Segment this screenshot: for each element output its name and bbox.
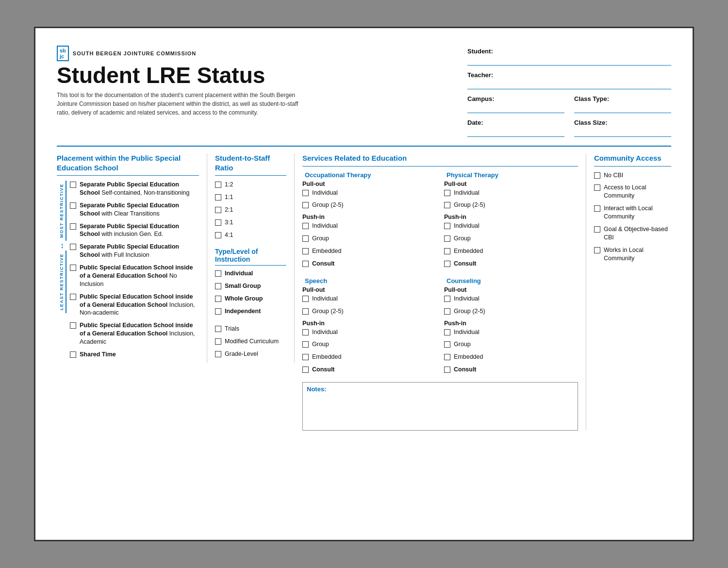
checkbox[interactable] <box>594 247 600 253</box>
service-pair-speech-counseling: Speech Pull-out Individual Group (2-5) P… <box>302 277 578 378</box>
checkbox[interactable] <box>70 265 76 271</box>
pt-pushin-label: Push-in <box>444 214 578 220</box>
checkbox[interactable] <box>444 223 450 229</box>
services-header: Services Related to Education <box>302 153 578 167</box>
speech-pullout-label: Pull-out <box>302 286 436 293</box>
student-form: Student: Teacher: Campus: Class Type: <box>467 46 671 137</box>
list-item: Separate Public Special Education School… <box>70 181 199 197</box>
class-type-line <box>574 103 671 113</box>
list-item: Consult <box>444 366 578 374</box>
checkbox[interactable] <box>444 341 450 348</box>
checkbox[interactable] <box>215 207 221 213</box>
pt-pullout-label: Pull-out <box>444 181 578 187</box>
list-item: Embedded <box>444 247 578 255</box>
checkbox[interactable] <box>70 182 76 188</box>
list-item: Individual <box>444 328 578 336</box>
class-type-label: Class Type: <box>574 95 671 102</box>
list-item: 3:1 <box>215 218 286 227</box>
org-name: SOUTH BERGEN JOINTURE COMMISSION <box>73 50 196 56</box>
list-item: Individual <box>444 295 578 303</box>
checkbox[interactable] <box>302 223 309 229</box>
list-item: Individual <box>444 222 578 230</box>
checkbox[interactable] <box>215 219 221 226</box>
description: This tool is for the documentation of th… <box>57 91 309 117</box>
checkbox[interactable] <box>215 283 221 289</box>
checkbox[interactable] <box>594 184 600 191</box>
checkbox[interactable] <box>215 308 221 315</box>
checkbox[interactable] <box>444 190 450 196</box>
service-col-counseling: Counseling Pull-out Individual Group (2-… <box>444 277 578 378</box>
checkbox[interactable] <box>302 261 309 267</box>
checkbox[interactable] <box>444 354 450 360</box>
checkbox[interactable] <box>215 326 221 332</box>
checkbox[interactable] <box>70 244 76 250</box>
form-row-teacher: Teacher: <box>467 71 671 89</box>
checkbox[interactable] <box>70 294 76 300</box>
ot-pushin-label: Push-in <box>302 214 436 220</box>
form-row-campus: Campus: Class Type: <box>467 95 671 113</box>
list-item: Access to Local Community <box>594 184 671 200</box>
list-item: 2:1 <box>215 206 286 214</box>
checkbox[interactable] <box>302 202 309 208</box>
list-item: Group <box>444 340 578 349</box>
checkbox[interactable] <box>70 351 76 358</box>
checkbox[interactable] <box>444 202 450 208</box>
checkbox[interactable] <box>444 261 450 267</box>
checkbox[interactable] <box>594 205 600 212</box>
list-item: Embedded <box>444 353 578 361</box>
list-item: Works in Local Community <box>594 246 671 263</box>
checkbox[interactable] <box>302 190 309 196</box>
date-line <box>467 127 564 137</box>
checkbox[interactable] <box>302 296 309 302</box>
service-pair-ot-pt: Occupational Therapy Pull-out Individual… <box>302 171 578 272</box>
checkbox[interactable] <box>215 338 221 345</box>
list-item: Individual <box>302 222 436 230</box>
list-item: Public Special Education School inside o… <box>70 264 199 288</box>
checkbox[interactable] <box>302 354 309 360</box>
list-item: Whole Group <box>215 295 286 303</box>
list-item: No CBI <box>594 171 671 180</box>
list-item: Public Special Education School inside o… <box>70 321 199 346</box>
checkbox[interactable] <box>444 248 450 254</box>
checkbox[interactable] <box>444 308 450 315</box>
checkbox[interactable] <box>302 367 309 373</box>
ot-pullout-label: Pull-out <box>302 181 436 187</box>
checkbox[interactable] <box>215 232 221 238</box>
checkbox[interactable] <box>302 329 309 335</box>
col-services: Services Related to Education Occupation… <box>295 153 586 431</box>
checkbox[interactable] <box>302 341 309 348</box>
checkbox[interactable] <box>444 329 450 335</box>
checkbox[interactable] <box>70 223 76 230</box>
list-item: Individual <box>444 189 578 197</box>
list-item: Small Group <box>215 282 286 290</box>
checkbox[interactable] <box>215 194 221 200</box>
ratio-header: Student-to-Staff Ratio <box>215 153 286 176</box>
checkbox[interactable] <box>444 296 450 302</box>
checkbox[interactable] <box>70 322 76 329</box>
checkbox[interactable] <box>215 351 221 357</box>
checkbox[interactable] <box>302 308 309 315</box>
checkbox[interactable] <box>594 172 600 179</box>
page: sb jc SOUTH BERGEN JOINTURE COMMISSION S… <box>34 27 694 541</box>
date-label: Date: <box>467 119 564 126</box>
checkbox[interactable] <box>444 235 450 242</box>
counseling-pullout-label: Pull-out <box>444 286 578 293</box>
field-date: Date: <box>467 119 564 137</box>
arrow-down: ↕ <box>60 242 64 250</box>
checkbox[interactable] <box>215 182 221 188</box>
checkbox[interactable] <box>444 367 450 373</box>
list-item: Goal & Objective-based CBI <box>594 225 671 242</box>
checkbox[interactable] <box>70 202 76 209</box>
list-item: Group (2-5) <box>444 307 578 316</box>
field-class-type: Class Type: <box>574 95 671 113</box>
checkbox[interactable] <box>215 296 221 302</box>
list-item: Separate Public Special Education School… <box>70 243 199 259</box>
list-item: Group <box>444 234 578 243</box>
checkbox[interactable] <box>215 270 221 277</box>
list-item: 4:1 <box>215 231 286 239</box>
service-col-speech: Speech Pull-out Individual Group (2-5) P… <box>302 277 436 378</box>
checkbox[interactable] <box>302 235 309 242</box>
notes-label: Notes: <box>307 385 574 393</box>
checkbox[interactable] <box>302 248 309 254</box>
checkbox[interactable] <box>594 226 600 233</box>
